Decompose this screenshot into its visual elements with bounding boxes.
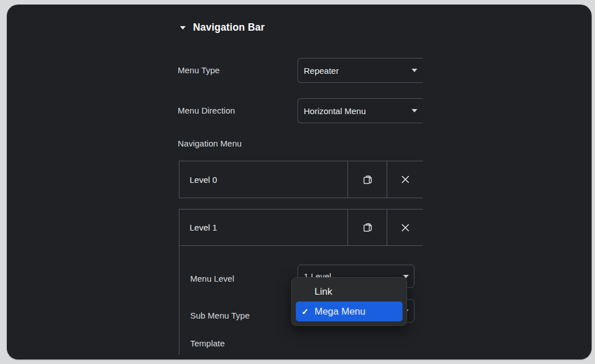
chevron-down-icon	[180, 26, 186, 30]
menu-type-label: Menu Type	[178, 65, 220, 76]
section-title: Navigation Bar	[193, 22, 265, 34]
sub-menu-type-label: Sub Menu Type	[190, 311, 250, 321]
copy-icon	[362, 221, 374, 233]
chevron-down-icon	[412, 69, 417, 72]
menu-direction-value: Horizontal Menu	[304, 106, 366, 116]
chevron-down-icon	[412, 109, 417, 112]
menu-level-label: Menu Level	[190, 274, 234, 284]
repeater-item: Level 0	[179, 161, 423, 198]
menu-option-mega-menu[interactable]: ✓ Mega Menu	[296, 302, 403, 321]
navigation-menu-label: Navigation Menu	[178, 139, 242, 149]
repeater-item-content-border	[179, 246, 179, 355]
duplicate-button[interactable]	[347, 161, 387, 198]
menu-direction-label: Menu Direction	[178, 106, 235, 116]
select-dropdown-menu: ✓ Link ✓ Mega Menu	[291, 277, 407, 326]
close-icon	[401, 223, 410, 232]
menu-option-label: Link	[315, 286, 332, 298]
copy-icon	[362, 174, 374, 186]
menu-option-link[interactable]: ✓ Link	[296, 282, 403, 302]
menu-direction-select[interactable]: Horizontal Menu	[298, 98, 423, 123]
menu-type-select[interactable]: Repeater	[298, 58, 423, 83]
close-icon	[401, 175, 410, 184]
menu-type-value: Repeater	[304, 66, 339, 76]
repeater-item-title[interactable]: Level 0	[179, 161, 347, 198]
check-icon: ✓	[301, 307, 310, 317]
duplicate-button[interactable]	[347, 210, 387, 245]
settings-panel: Navigation Bar Menu Type Repeater Menu D…	[7, 5, 592, 359]
section-header-navigation-bar[interactable]: Navigation Bar	[180, 22, 265, 34]
repeater-item-title[interactable]: Level 1	[179, 210, 347, 245]
remove-button[interactable]	[387, 161, 423, 198]
template-label: Template	[190, 338, 225, 349]
remove-button[interactable]	[387, 210, 423, 245]
repeater-item: Level 1	[179, 209, 423, 246]
menu-option-label: Mega Menu	[315, 306, 366, 317]
